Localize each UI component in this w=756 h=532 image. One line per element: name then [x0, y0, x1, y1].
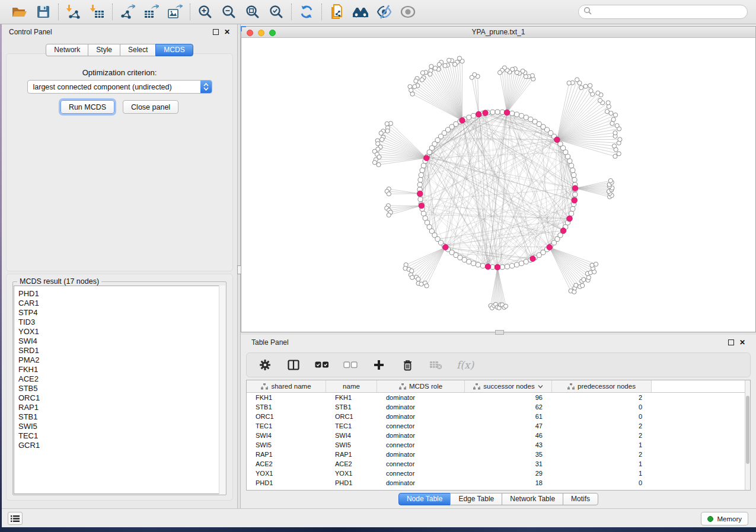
mcds-result-item[interactable]: SRD1 [18, 346, 225, 355]
table-cell: dominator [377, 413, 465, 420]
table-cell: ORC1 [247, 413, 326, 420]
column-header-predecessor-nodes[interactable]: predecessor nodes [552, 380, 652, 392]
tab-style[interactable]: Style [88, 44, 120, 56]
search-input[interactable] [592, 7, 747, 17]
mcds-result-item[interactable]: FKH1 [18, 365, 225, 374]
tab-mcds[interactable]: MCDS [155, 44, 193, 56]
mcds-result-item[interactable]: RAP1 [18, 403, 225, 412]
close-panel-button[interactable]: Close panel [123, 100, 178, 114]
optimization-criterion-select[interactable]: largest connected component (undirected) [27, 80, 212, 94]
mcds-result-item[interactable]: TEC1 [18, 431, 225, 441]
import-network-icon[interactable] [65, 3, 82, 21]
mcds-result-item[interactable]: PHD1 [18, 289, 225, 299]
search-box[interactable] [578, 5, 748, 19]
table-cell: 1 [552, 470, 652, 477]
table-row[interactable]: TEC1TEC1connector472 [247, 421, 745, 431]
column-visibility-icon[interactable] [286, 357, 301, 373]
import-table-icon[interactable] [88, 3, 106, 21]
table-cell: PHD1 [247, 479, 326, 486]
clone-network-icon[interactable] [328, 3, 346, 21]
table-cell: dominator [377, 479, 465, 486]
zoom-selected-icon[interactable] [267, 3, 285, 21]
table-settings-gear-icon[interactable] [257, 357, 273, 373]
table-row[interactable]: FKH1FKH1dominator962 [247, 393, 745, 402]
export-table-icon[interactable] [142, 3, 160, 21]
table-row[interactable]: STB1STB1dominator620 [247, 402, 745, 412]
save-session-icon[interactable] [34, 3, 52, 21]
table-cell: 47 [465, 422, 552, 430]
table-row[interactable]: SWI4SWI4dominator462 [247, 431, 745, 440]
table-panel-title: Table Panel [251, 338, 289, 347]
table-scrollbar[interactable] [745, 380, 750, 490]
mcds-result-item[interactable]: TID3 [18, 318, 225, 327]
select-all-icon[interactable] [314, 357, 330, 373]
column-header-MCDS-role[interactable]: MCDS role [377, 380, 465, 392]
column-header-shared-name[interactable]: shared name [247, 380, 326, 392]
mcds-tab-content: Optimization criterion: largest connecte… [6, 53, 233, 271]
column-header-successor-nodes[interactable]: successor nodes [465, 380, 552, 392]
tab-motifs[interactable]: Motifs [563, 493, 598, 505]
float-panel-icon[interactable] [728, 339, 734, 345]
table-cell: TEC1 [326, 422, 377, 430]
mcds-result-item[interactable]: ORC1 [18, 393, 225, 403]
table-panel-tabs: Node TableEdge TableNetwork TableMotifs [241, 493, 756, 505]
table-row[interactable]: RAP1RAP1dominator352 [247, 450, 745, 459]
memory-label: Memory [717, 515, 742, 523]
close-panel-icon[interactable]: ✕ [224, 29, 230, 35]
table-cell: ACE2 [247, 460, 326, 467]
zoom-fit-icon[interactable] [244, 3, 261, 21]
mcds-result-item[interactable]: CAR1 [18, 299, 225, 308]
run-mcds-button[interactable]: Run MCDS [60, 100, 114, 114]
float-panel-icon[interactable] [213, 29, 219, 35]
find-icon[interactable] [352, 3, 369, 21]
minimize-window-icon[interactable] [258, 30, 264, 36]
mcds-result-item[interactable]: YOX1 [18, 327, 225, 336]
column-header-name[interactable]: name [326, 380, 377, 392]
close-panel-icon[interactable]: ✕ [739, 339, 745, 345]
delete-column-icon[interactable] [400, 357, 415, 373]
table-cell: 61 [465, 413, 552, 420]
mcds-result-item[interactable]: SWI4 [18, 336, 225, 346]
tab-select[interactable]: Select [120, 44, 156, 56]
table-cell: connector [377, 470, 465, 477]
mcds-result-list[interactable]: PHD1CAR1STP4TID3YOX1SWI4SRD1PMA2FKH1ACE2… [14, 286, 225, 494]
table-row[interactable]: ORC1ORC1dominator610 [247, 412, 745, 421]
export-image-icon[interactable] [166, 3, 184, 21]
tab-node-table[interactable]: Node Table [398, 493, 451, 505]
show-all-icon[interactable] [399, 3, 417, 21]
desktop-wallpaper-left [0, 24, 2, 532]
table-row[interactable]: PHD1PHD1dominator180 [247, 478, 745, 488]
mcds-result-item[interactable]: PMA2 [18, 355, 225, 365]
refresh-layout-icon[interactable] [298, 3, 315, 21]
table-row[interactable]: SWI5SWI5connector431 [247, 440, 745, 450]
mcds-result-item[interactable]: STP4 [18, 308, 225, 318]
scrollbar-thumb[interactable] [746, 396, 749, 464]
table-row[interactable]: YOX1YOX1connector291 [247, 469, 745, 478]
memory-button[interactable]: Memory [701, 512, 748, 525]
panel-menu-button[interactable] [8, 512, 23, 525]
mcds-result-item[interactable]: SWI5 [18, 422, 225, 431]
close-window-icon[interactable] [247, 30, 253, 36]
open-file-icon[interactable] [11, 3, 28, 21]
deselect-all-icon[interactable] [343, 357, 358, 373]
tab-network[interactable]: Network [46, 44, 88, 56]
export-network-icon[interactable] [119, 3, 136, 21]
network-canvas[interactable] [241, 38, 756, 332]
splitter-grip[interactable] [495, 330, 504, 335]
list-icon [11, 515, 20, 523]
tab-edge-table[interactable]: Edge Table [450, 493, 502, 505]
tab-network-table[interactable]: Network Table [502, 493, 563, 505]
zoom-out-icon[interactable] [220, 3, 238, 21]
hide-selected-icon[interactable] [375, 3, 393, 21]
network-window-titlebar[interactable]: YPA_prune.txt_1 [241, 26, 756, 38]
maximize-window-icon[interactable] [269, 30, 276, 36]
mcds-result-item[interactable]: STB1 [18, 412, 225, 422]
add-column-icon[interactable] [371, 357, 387, 373]
table-cell: SWI5 [326, 441, 377, 448]
mcds-result-item[interactable]: GCR1 [18, 441, 225, 450]
table-row[interactable]: ACE2ACE2connector311 [247, 459, 745, 469]
mcds-result-item[interactable]: STB5 [18, 384, 225, 393]
mcds-result-item[interactable]: ACE2 [18, 374, 225, 384]
zoom-in-icon[interactable] [196, 3, 214, 21]
mcds-list-scrollbar[interactable] [219, 286, 225, 494]
